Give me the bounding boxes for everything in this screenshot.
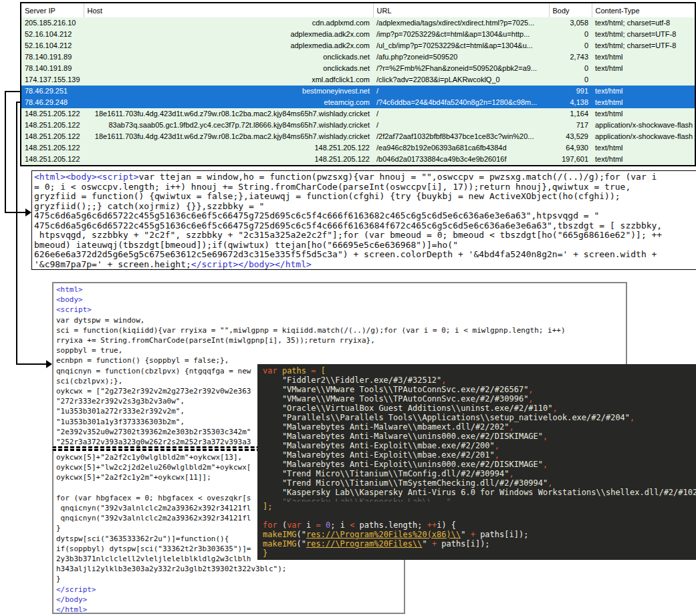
column-header[interactable]: Server IP bbox=[21, 3, 84, 17]
cell-server_ip[interactable]: 78.46.29.248 bbox=[21, 97, 84, 108]
http-traffic-table[interactable]: Server IPHostURLBodyContent-Type 205.185… bbox=[20, 2, 696, 166]
table-row[interactable]: 148.251.205.12283ab73q.saab05.gc1.9fbd2.… bbox=[21, 120, 695, 131]
cell-content_type[interactable]: application/x-shockwave-flash bbox=[592, 120, 695, 131]
code-line: } bbox=[263, 549, 691, 558]
cell-host[interactable]: 18e1611.703fu.4dg.423d1t.w6d.z79w.r08.1c… bbox=[84, 131, 373, 142]
cell-content_type[interactable]: text/html; charset=utf-8 bbox=[592, 17, 695, 29]
table-row[interactable]: 148.251.205.122148.251.205.122/b046d2a01… bbox=[21, 154, 695, 166]
cell-server_ip[interactable]: 148.251.205.122 bbox=[21, 108, 84, 120]
cell-server_ip[interactable]: 148.251.205.122 bbox=[21, 120, 84, 131]
cell-url[interactable]: /ul_cb/imp?p=70253229&ct=html&ap=1304&u.… bbox=[373, 40, 549, 51]
connector-line-top-1 bbox=[5, 91, 20, 92]
cell-url[interactable]: /imp?p=70253229&ct=html&ap=1304&u=http..… bbox=[373, 29, 549, 40]
code-line: "Trend Micro\\Titanium\\TmSystemChecking… bbox=[263, 478, 691, 488]
cell-host[interactable]: bestmoneyinvest.net bbox=[84, 86, 373, 97]
cell-content_type[interactable]: text/html bbox=[592, 63, 695, 74]
cell-server_ip[interactable]: 78.140.191.89 bbox=[21, 63, 84, 74]
cell-host[interactable]: adplexmedia.adk2x.com bbox=[84, 29, 373, 40]
cell-url[interactable]: /ea946c82b192e06393a681ca6fb4384d bbox=[373, 142, 549, 154]
column-header[interactable]: Body bbox=[549, 3, 592, 17]
cell-host[interactable]: eteamcig.com bbox=[84, 97, 373, 108]
cell-url[interactable]: / bbox=[373, 108, 549, 120]
cell-url[interactable]: /b046d2a01733884ca49b3c4e9b26016f bbox=[373, 154, 549, 166]
cell-server_ip[interactable]: 52.16.104.212 bbox=[21, 29, 84, 40]
cell-content_type[interactable]: text/html bbox=[592, 51, 695, 63]
cell-host[interactable]: onclickads.net bbox=[84, 51, 373, 63]
deobfuscated-paths-overlay: var paths = [ "Fiddler2\\Fiddler.exe/#3/… bbox=[257, 364, 696, 560]
cell-body[interactable]: 0 bbox=[549, 74, 592, 86]
malware-traffic-analysis-screen: Server IPHostURLBodyContent-Type 205.185… bbox=[0, 0, 696, 616]
cell-body[interactable]: 43,529 bbox=[549, 131, 592, 142]
cell-content_type[interactable]: text/html; charset=UTF-8 bbox=[592, 29, 695, 40]
code-line: sci = function(kiqiidd){var rryixa = "",… bbox=[56, 325, 623, 335]
cell-content_type[interactable]: text/html bbox=[592, 86, 695, 97]
table-row[interactable]: 205.185.216.10cdn.adplxmd.com/adplexmedi… bbox=[21, 17, 695, 29]
table-row[interactable]: 148.251.205.12218e1611.703fu.4dg.423d1t.… bbox=[21, 131, 695, 142]
cell-host[interactable]: 18e1611.703fu.4dg.423d1t.w6d.z79w.r08.1c… bbox=[84, 108, 373, 120]
table-row[interactable]: 78.140.191.89onclickads.net/?r=%2Fmb%2Fh… bbox=[21, 63, 695, 74]
connector-line-bottom-1 bbox=[5, 212, 25, 213]
column-header[interactable]: Host bbox=[84, 3, 373, 17]
cell-body[interactable]: 4,138 bbox=[549, 97, 592, 108]
cell-host[interactable]: cdn.adplxmd.com bbox=[84, 17, 373, 29]
cell-body[interactable]: 1,164 bbox=[549, 108, 592, 120]
table-row[interactable]: 78.46.29.248eteamcig.com/?4c6ddba=24&4bd… bbox=[21, 97, 695, 108]
cell-url[interactable]: / bbox=[373, 120, 549, 131]
cell-body[interactable]: 991 bbox=[549, 86, 592, 97]
cell-url[interactable]: /2f2af72aaf1032bfbf8b437bce1ce83c?win%20… bbox=[373, 131, 549, 142]
cell-body[interactable]: 64,930 bbox=[549, 142, 592, 154]
cell-url[interactable]: /?4c6ddba=24&4bd4fa5240n8g2n=1280&c98m..… bbox=[373, 97, 549, 108]
code-line: '&c98m7pa7p=' + screen.height;</script><… bbox=[34, 260, 696, 270]
arrow-icon-to-box2 bbox=[46, 360, 52, 368]
table-row[interactable]: 78.46.29.251bestmoneyinvest.net/991text/… bbox=[21, 86, 695, 97]
table-row[interactable]: 52.16.104.212adplexmedia.adk2x.com/imp?p… bbox=[21, 29, 695, 40]
cell-body[interactable]: 0 bbox=[549, 40, 592, 51]
column-header[interactable]: URL bbox=[373, 3, 549, 17]
cell-server_ip[interactable]: 148.251.205.122 bbox=[21, 154, 84, 166]
cell-host[interactable]: xml.adfclick1.com bbox=[84, 74, 373, 86]
cell-url[interactable]: /afu.php?zoneid=509520 bbox=[373, 51, 549, 63]
cell-body[interactable]: 717 bbox=[549, 120, 592, 131]
cell-host[interactable]: adplexmedia.adk2x.com bbox=[84, 40, 373, 51]
cell-host[interactable]: 83ab73q.saab05.gc1.9fbd2.yc4.cec3f7p.72t… bbox=[84, 120, 373, 131]
table-row[interactable]: 148.251.205.122148.251.205.122/ea946c82b… bbox=[21, 142, 695, 154]
cell-body[interactable]: 197,601 bbox=[549, 154, 592, 166]
cell-url[interactable]: / bbox=[373, 86, 549, 97]
cell-host[interactable]: 148.251.205.122 bbox=[84, 142, 373, 154]
table-row[interactable]: 52.16.104.212adplexmedia.adk2x.com/ul_cb… bbox=[21, 40, 695, 51]
table-row[interactable]: 78.140.191.89onclickads.net/afu.php?zone… bbox=[21, 51, 695, 63]
cell-content_type[interactable]: text/html bbox=[592, 154, 695, 166]
code-line: htpsvqgd, szzbbky + "2c2f", szzbbky + "2… bbox=[34, 230, 696, 241]
column-header[interactable]: Content-Type bbox=[592, 3, 695, 17]
cell-server_ip[interactable]: 78.46.29.251 bbox=[21, 86, 84, 97]
cell-host[interactable]: 148.251.205.122 bbox=[84, 154, 373, 166]
cell-content_type[interactable]: application/x-shockwave-flash bbox=[592, 131, 695, 142]
cell-body[interactable]: 3,058 bbox=[549, 17, 592, 29]
cell-server_ip[interactable]: 205.185.216.10 bbox=[21, 17, 84, 29]
cell-server_ip[interactable]: 148.251.205.122 bbox=[21, 142, 84, 154]
code-line: 475c6d6a5g6c6d65722c455g51636c6e6f5c6647… bbox=[34, 211, 696, 221]
cell-server_ip[interactable]: 78.140.191.89 bbox=[21, 51, 84, 63]
cell-content_type[interactable]: text/html bbox=[592, 108, 695, 120]
cell-body[interactable]: 0 bbox=[549, 63, 592, 74]
connector-line-vertical-1 bbox=[5, 91, 6, 213]
cell-url[interactable]: /click?adv=22083&i=pLAKRwcoklQ_0 bbox=[373, 74, 549, 86]
table-row[interactable]: 174.137.155.139xml.adfclick1.com/click?a… bbox=[21, 74, 695, 86]
code-line: 475c6d6a5g6c6d65722c455g51636c6e6f5c6647… bbox=[34, 221, 696, 231]
cell-content_type[interactable]: text/html; charset=UTF-8 bbox=[592, 40, 695, 51]
cell-url[interactable]: /adplexmedia/tags/xdirect/xdirect.html?p… bbox=[373, 17, 549, 29]
cell-body[interactable]: 0 bbox=[549, 29, 592, 40]
cell-content_type[interactable]: text/html bbox=[592, 142, 695, 154]
cell-content_type[interactable] bbox=[592, 74, 695, 86]
cell-server_ip[interactable]: 174.137.155.139 bbox=[21, 74, 84, 86]
cell-server_ip[interactable]: 52.16.104.212 bbox=[21, 40, 84, 51]
code-line: "Malwarebytes Anti-Exploit\\unins000.exe… bbox=[263, 460, 691, 469]
cell-host[interactable]: onclickads.net bbox=[84, 63, 373, 74]
code-line bbox=[263, 511, 691, 520]
cell-content_type[interactable]: text/html bbox=[592, 97, 695, 108]
cell-server_ip[interactable]: 148.251.205.122 bbox=[21, 131, 84, 142]
cell-body[interactable]: 2,743 bbox=[549, 51, 592, 63]
table-row[interactable]: 148.251.205.12218e1611.703fu.4dg.423d1t.… bbox=[21, 108, 695, 120]
code-line: <html> bbox=[56, 285, 623, 295]
cell-url[interactable]: /?r=%2Fmb%2Fhan&zoneid=509520&pbk2=a9... bbox=[373, 63, 549, 74]
